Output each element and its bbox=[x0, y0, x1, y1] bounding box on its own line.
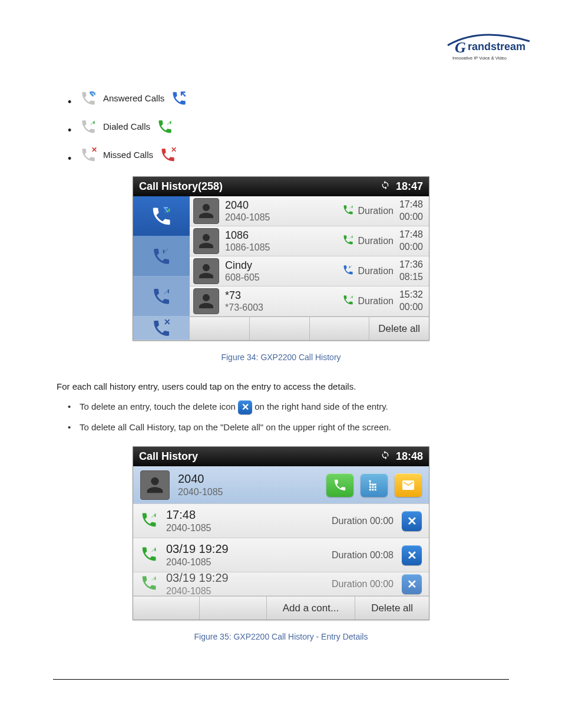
delete-entry-button[interactable]: ✕ bbox=[402, 574, 422, 594]
tab-missed[interactable]: ✕ bbox=[133, 317, 190, 340]
call-detail-row: 03/19 19:292040-1085 Duration 00:08 ✕ bbox=[133, 538, 429, 572]
contact-header-row: 2040 2040-1085 bbox=[133, 466, 429, 504]
tab-dialed[interactable] bbox=[133, 276, 190, 317]
svg-marker-1 bbox=[90, 91, 94, 97]
call-detail-row: 17:482040-1085 Duration 00:00 ✕ bbox=[133, 504, 429, 538]
contact-sub: 2040-1085 bbox=[178, 486, 318, 499]
call-list: 20402040-1085 Duration 17:4800:00 108610… bbox=[190, 196, 429, 340]
svg-marker-18 bbox=[151, 576, 156, 581]
svg-marker-3 bbox=[91, 121, 95, 125]
missed-label: Missed Calls bbox=[103, 146, 153, 164]
footer-empty bbox=[190, 317, 249, 340]
svg-marker-10 bbox=[164, 289, 169, 294]
dialed-icon bbox=[342, 294, 354, 308]
contact-name: 2040 bbox=[178, 471, 318, 486]
svg-marker-16 bbox=[151, 513, 156, 518]
delete-icon: ✕ bbox=[238, 400, 252, 414]
dialed-icon-grey bbox=[80, 118, 97, 136]
svg-text:✕: ✕ bbox=[171, 147, 176, 153]
answered-icon bbox=[342, 264, 354, 278]
footer-empty bbox=[199, 597, 266, 620]
svg-marker-4 bbox=[167, 121, 171, 125]
delete-all-button[interactable]: Delete all bbox=[369, 317, 429, 340]
brand-logo: G randstream Innovative IP Voice & Video bbox=[444, 32, 533, 68]
status-bar: Call History(258) 18:47 bbox=[133, 177, 429, 196]
svg-marker-9 bbox=[163, 249, 168, 254]
footer-empty bbox=[249, 317, 309, 340]
footer-bar: Delete all bbox=[190, 317, 429, 340]
logo-tagline: Innovative IP Voice & Video bbox=[452, 55, 507, 61]
delete-entry-bullet: To delete an entry, touch the delete ico… bbox=[80, 400, 509, 414]
call-row[interactable]: *73*73-6003 Duration 15:3200:00 bbox=[190, 286, 429, 317]
dialed-label: Dialed Calls bbox=[103, 117, 150, 136]
call-row[interactable]: 20402040-1085 Duration 17:4800:00 bbox=[190, 196, 429, 226]
answered-label: Answered Calls bbox=[103, 89, 164, 108]
svg-marker-13 bbox=[350, 236, 353, 239]
sync-icon bbox=[381, 180, 390, 193]
missed-icon-red: ✕ bbox=[159, 146, 177, 164]
detail-instruction: For each call history entry, users could… bbox=[53, 380, 509, 394]
dialpad-button[interactable] bbox=[361, 473, 388, 497]
svg-marker-8 bbox=[163, 207, 168, 213]
avatar-icon bbox=[140, 470, 170, 500]
sync-icon bbox=[381, 450, 390, 463]
clock: 18:48 bbox=[396, 450, 423, 463]
missed-icon-grey: ✕ bbox=[80, 146, 97, 164]
svg-marker-14 bbox=[349, 266, 352, 269]
svg-marker-12 bbox=[350, 206, 353, 209]
call-button[interactable] bbox=[326, 473, 353, 497]
delete-all-bullet: To delete all Call History, tap on the "… bbox=[80, 420, 509, 434]
tab-answered[interactable] bbox=[133, 236, 190, 276]
delete-all-button[interactable]: Delete all bbox=[355, 597, 429, 620]
svg-marker-17 bbox=[151, 547, 156, 552]
screen-title: Call History(258) bbox=[139, 180, 223, 193]
answered-icon-grey bbox=[80, 90, 97, 107]
avatar-icon bbox=[193, 258, 219, 284]
call-row[interactable]: 10861086-1085 Duration 17:4800:00 bbox=[190, 226, 429, 256]
call-row[interactable]: Cindy608-605 Duration 17:3608:15 bbox=[190, 256, 429, 286]
delete-entry-button[interactable]: ✕ bbox=[402, 511, 422, 531]
svg-marker-2 bbox=[181, 91, 186, 97]
message-button[interactable] bbox=[395, 473, 422, 497]
delete-entry-button[interactable]: ✕ bbox=[402, 545, 422, 565]
avatar-icon bbox=[193, 228, 219, 254]
tab-all[interactable] bbox=[133, 196, 190, 236]
call-detail-row: 03/19 19:292040-1085 Duration 00:00 ✕ bbox=[133, 572, 429, 596]
dialed-icon bbox=[342, 234, 354, 248]
figure-caption-35: Figure 35: GXP2200 Call History - Entry … bbox=[53, 632, 509, 641]
dialed-icon bbox=[342, 204, 354, 218]
screen-title: Call History bbox=[139, 450, 198, 463]
dialed-icon-green bbox=[156, 118, 174, 136]
figure-caption-34: Figure 34: GXP2200 Call History bbox=[53, 353, 509, 362]
footer-empty bbox=[133, 597, 199, 620]
svg-marker-15 bbox=[350, 296, 353, 299]
status-bar: Call History 18:48 bbox=[133, 447, 429, 466]
call-type-legend: Answered Calls Dialed Calls ✕ bbox=[53, 89, 509, 164]
logo-text: randstream bbox=[468, 41, 525, 52]
footer-bar: Add a cont... Delete all bbox=[133, 596, 429, 620]
avatar-icon bbox=[193, 198, 219, 224]
answered-icon-blue bbox=[170, 90, 188, 107]
call-history-list-screenshot: Call History(258) 18:47 ✕ bbox=[133, 176, 429, 341]
call-type-tabs: ✕ bbox=[133, 196, 190, 340]
svg-text:✕: ✕ bbox=[164, 318, 171, 327]
add-contact-button[interactable]: Add a cont... bbox=[266, 597, 355, 620]
dialed-icon bbox=[140, 574, 158, 594]
clock: 18:47 bbox=[396, 180, 423, 193]
footer-empty bbox=[309, 317, 369, 340]
avatar-icon bbox=[193, 288, 219, 314]
call-history-detail-screenshot: Call History 18:48 2040 2040-1085 17:482… bbox=[133, 446, 429, 620]
dialed-icon bbox=[140, 545, 158, 565]
svg-text:✕: ✕ bbox=[91, 147, 97, 153]
page-divider bbox=[53, 679, 509, 680]
dialed-icon bbox=[140, 511, 158, 531]
